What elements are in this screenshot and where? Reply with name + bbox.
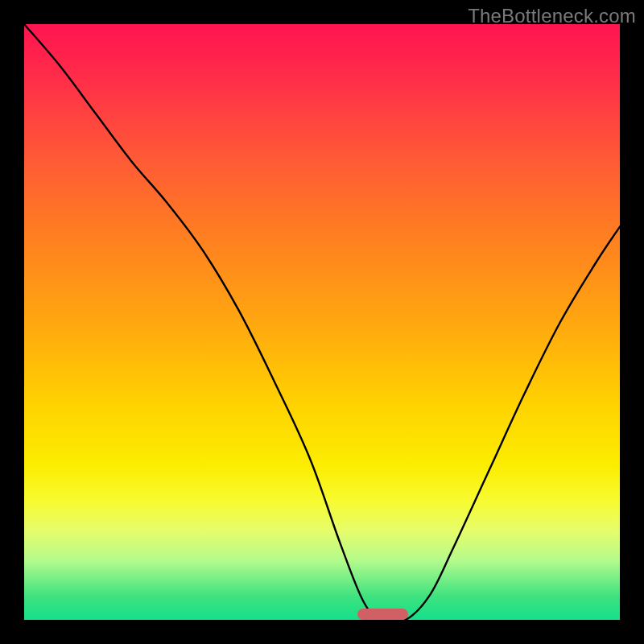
chart-frame: TheBottleneck.com [0, 0, 644, 644]
optimal-range-marker [357, 609, 408, 620]
bottleneck-curve [24, 24, 620, 620]
plot-area [24, 24, 620, 620]
